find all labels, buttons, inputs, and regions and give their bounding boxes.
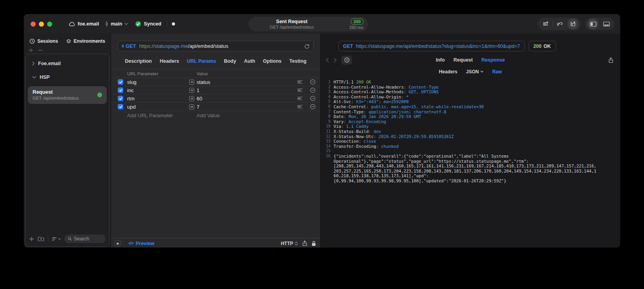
tools-pill [538, 18, 581, 30]
line-content: X-Status-Build: dev [334, 129, 381, 134]
collapse-panel-button[interactable] [115, 240, 121, 246]
param-value[interactable]: 7 [197, 104, 297, 110]
param-name[interactable]: slug [127, 79, 189, 85]
protocol-selector[interactable]: HTTP [281, 241, 298, 246]
share-request-button[interactable] [302, 240, 307, 246]
tree-item-foe-email[interactable]: Foe.email [27, 59, 107, 68]
response-subtab-json[interactable]: JSON [466, 69, 484, 75]
param-name[interactable]: inc [127, 87, 189, 93]
minimize-window-button[interactable] [39, 22, 44, 27]
param-checkbox[interactable] [118, 87, 123, 93]
minus-icon[interactable] [38, 48, 43, 53]
tab-sessions[interactable]: Sessions [29, 38, 58, 44]
response-nav: InfoRequestResponse [321, 53, 620, 67]
toggle-sidebar-button[interactable] [587, 18, 598, 29]
share-response-button[interactable] [608, 57, 613, 63]
request-title-block: Sent Request GET /api/embed/status [248, 19, 335, 30]
request-url-bar[interactable]: GET https://statuspage.me/api/embed/stat… [118, 41, 314, 51]
project-switcher[interactable]: foe.email [69, 21, 99, 27]
param-value[interactable]: 60 [197, 96, 297, 102]
reorder-lines-icon[interactable] [297, 80, 303, 84]
close-window-button[interactable] [31, 22, 36, 27]
remove-param-icon[interactable] [310, 79, 316, 85]
response-line: 2Access-Control-Allow-Headers: Content-T… [325, 85, 615, 90]
merge-loop-icon [556, 21, 563, 27]
response-tab-request[interactable]: Request [453, 57, 473, 63]
tab-environments[interactable]: Environments [66, 38, 105, 44]
param-checkbox[interactable] [118, 96, 123, 101]
tree-item-hsp[interactable]: HSP [27, 73, 107, 82]
request-subtitle: GET /api/embed/status [248, 25, 335, 30]
branch-switcher[interactable]: main [105, 21, 128, 27]
line-number: 14 [325, 144, 330, 149]
history-button[interactable] [341, 56, 352, 65]
import-export-button[interactable] [567, 18, 578, 29]
response-body[interactable]: 1HTTP/1.1 200 OK2Access-Control-Allow-He… [321, 76, 620, 248]
project-name: foe.email [78, 21, 99, 27]
method-selector-icon[interactable] [122, 44, 124, 48]
add-request-icon[interactable] [29, 236, 34, 242]
sync-branches-button[interactable] [553, 18, 566, 29]
panels-pill [585, 18, 615, 30]
line-content: Transfer-Encoding: chunked [334, 144, 399, 149]
remove-param-icon[interactable] [310, 87, 316, 93]
request-tab-testing[interactable]: Testing [289, 58, 306, 64]
request-status-pill[interactable]: Sent Request GET /api/embed/status 200 2… [248, 17, 368, 31]
request-tab-description[interactable]: Description [125, 58, 152, 64]
lock-button[interactable] [312, 241, 316, 246]
reorder-lines-icon[interactable] [297, 97, 303, 100]
request-tab-body[interactable]: Body [224, 58, 236, 64]
param-row: rtm60 [111, 95, 320, 103]
request-tab-headers[interactable]: Headers [160, 58, 179, 64]
response-tab-response[interactable]: Response [482, 57, 505, 63]
sidebar-search[interactable] [64, 234, 106, 243]
remove-param-icon[interactable] [310, 104, 316, 109]
param-value[interactable]: 1 [197, 87, 297, 93]
param-name[interactable]: rtm [127, 96, 189, 102]
sort-menu-button[interactable] [52, 237, 61, 241]
response-line: 14Transfer-Encoding: chunked [325, 144, 615, 149]
plus-icon[interactable] [29, 48, 33, 53]
request-tab-auth[interactable]: Auth [244, 58, 255, 64]
traffic-lights [31, 22, 52, 27]
back-chevron-icon[interactable] [326, 58, 329, 63]
sync-status[interactable]: Synced [135, 21, 161, 27]
chevron-down-icon [32, 76, 36, 78]
check-icon [119, 105, 122, 109]
reorder-lines-icon[interactable] [297, 89, 303, 92]
resend-button[interactable] [304, 44, 310, 49]
toggle-bottom-panel-button[interactable] [600, 18, 613, 29]
param-checkbox[interactable] [118, 79, 123, 85]
request-tabs: DescriptionHeadersURL ParamsBodyAuthOpti… [111, 56, 320, 66]
sent-request-url-box[interactable]: GET https://statuspage.me/api/embed/stat… [338, 41, 525, 51]
param-row: upd7 [111, 103, 320, 111]
reorder-lines-icon[interactable] [297, 105, 303, 108]
search-input[interactable] [74, 236, 102, 242]
param-table: URL Parameter Value slugstatusinc1rtm60u… [111, 69, 320, 120]
zoom-window-button[interactable] [47, 22, 52, 27]
param-checkbox[interactable] [118, 104, 123, 109]
new-folder-icon[interactable] [38, 236, 44, 242]
export-list-button[interactable] [539, 18, 553, 29]
add-parameter-placeholder[interactable]: Add URL Parameter [127, 113, 189, 118]
response-line: 12X-Status-Now-Utc: 2026-01-26T20:29:59.… [325, 134, 615, 139]
param-add-row[interactable]: Add URL Parameter Add Value [111, 111, 320, 120]
history-clock-icon [344, 57, 350, 63]
forward-chevron-icon[interactable] [334, 58, 337, 63]
response-subtab-headers[interactable]: Headers [439, 69, 457, 75]
request-method[interactable]: GET [126, 43, 136, 49]
remove-param-icon[interactable] [310, 96, 316, 101]
line-number: 2 [325, 85, 330, 90]
branch-icon [105, 21, 108, 27]
request-tab-options[interactable]: Options [263, 58, 281, 64]
line-content: Content-Type: application/json; charset=… [334, 109, 446, 115]
request-list-item-selected[interactable]: Request GET /api/embed/status [28, 86, 107, 104]
add-value-placeholder[interactable]: Add Value [197, 113, 297, 118]
response-tab-info[interactable]: Info [436, 57, 445, 63]
line-number: 11 [325, 129, 330, 134]
request-tab-url-params[interactable]: URL Params [187, 58, 216, 64]
param-name[interactable]: upd [127, 104, 189, 110]
response-subtab-raw[interactable]: Raw [492, 69, 502, 75]
preview-button[interactable]: </> Preview [128, 241, 154, 246]
param-value[interactable]: status [197, 79, 297, 85]
